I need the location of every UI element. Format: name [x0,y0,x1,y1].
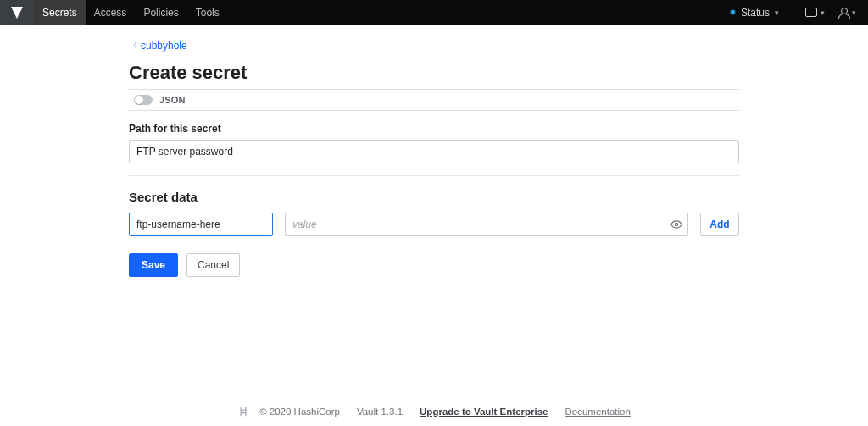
top-nav: Secrets Access Policies Tools Status ▾ ▾… [0,0,868,25]
json-toggle-label: JSON [159,95,186,105]
kv-key-input[interactable] [129,213,273,236]
vault-logo[interactable] [0,0,34,25]
page-content: 〈 cubbyhole Create secret JSON Path for … [129,25,739,328]
reveal-value-button[interactable] [665,213,688,236]
chevron-left-icon: 〈 [129,40,137,52]
breadcrumb-label: cubbyhole [141,40,187,52]
eye-icon [670,219,682,230]
chevron-down-icon: ▾ [852,8,856,17]
divider [129,175,739,176]
nav-tab-tools[interactable]: Tools [187,0,228,25]
kv-value-wrap [285,213,688,236]
cancel-button[interactable]: Cancel [186,253,240,277]
status-label: Status [741,7,770,19]
user-icon [838,8,849,18]
chevron-down-icon: ▾ [821,8,825,17]
console-menu[interactable]: ▾ [800,8,830,17]
secret-data-title: Secret data [129,190,739,204]
json-toggle-row: JSON [129,89,739,111]
page-title: Create secret [129,62,739,84]
user-menu[interactable]: ▾ [833,8,861,18]
nav-tabs: Secrets Access Policies Tools [34,0,228,25]
kv-row: Add [129,213,739,236]
status-menu[interactable]: Status ▾ [723,7,786,19]
breadcrumb[interactable]: 〈 cubbyhole [129,40,739,52]
add-button[interactable]: Add [700,213,739,236]
console-icon [805,8,817,17]
divider [793,5,793,20]
status-dot-icon [730,9,736,15]
chevron-down-icon: ▾ [775,8,779,17]
action-row: Save Cancel [129,253,739,277]
nav-tab-policies[interactable]: Policies [135,0,186,25]
kv-value-input[interactable] [285,213,665,236]
json-toggle[interactable] [134,95,153,105]
nav-tab-secrets[interactable]: Secrets [34,0,86,25]
path-label: Path for this secret [129,123,739,135]
nav-right: Status ▾ ▾ ▾ [723,0,868,25]
path-input[interactable] [129,140,739,163]
save-button[interactable]: Save [129,253,178,277]
vault-logo-icon [10,6,24,19]
nav-tab-access[interactable]: Access [86,0,136,25]
svg-point-0 [675,223,678,226]
